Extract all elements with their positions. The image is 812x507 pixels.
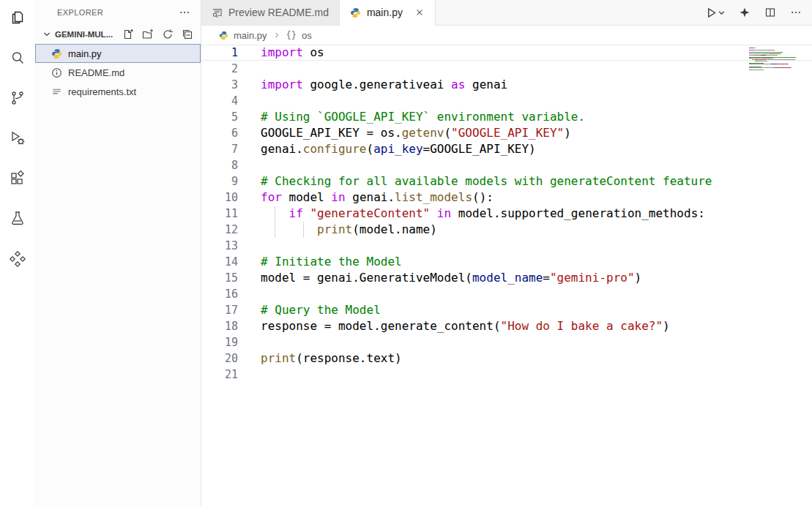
line-number: 9 xyxy=(201,173,238,189)
line-number: 21 xyxy=(201,367,238,383)
files-icon xyxy=(9,9,26,26)
code-line-5[interactable]: 5# Using `GOOGLE_API_KEY` environment va… xyxy=(201,109,812,125)
run-debug-icon xyxy=(9,129,26,147)
extensions-activity-button[interactable] xyxy=(0,161,35,196)
line-number: 4 xyxy=(201,93,238,109)
line-number: 5 xyxy=(201,109,238,125)
code-line-11[interactable]: 11 if "generateContent" in model.support… xyxy=(201,206,812,222)
line-number: 20 xyxy=(201,350,238,367)
run-debug-activity-button[interactable] xyxy=(0,121,35,156)
search-icon xyxy=(9,49,26,67)
explorer-sidebar: EXPLORER GEMINI-MUL... main.py README.md xyxy=(35,0,201,507)
line-number: 2 xyxy=(201,61,238,77)
code-editor[interactable]: 1import os23import google.generativeai a… xyxy=(201,45,812,507)
split-editor-icon[interactable] xyxy=(764,7,776,18)
dropdown-chevron-icon xyxy=(718,10,725,16)
line-number: 15 xyxy=(201,270,238,286)
code-line-10[interactable]: 10for model in genai.list_models(): xyxy=(201,189,812,206)
views-more-actions-icon[interactable] xyxy=(179,7,190,18)
line-number: 19 xyxy=(201,334,238,350)
code-line-2[interactable]: 2 xyxy=(201,61,812,77)
chevron-down-icon xyxy=(41,29,53,40)
markdown-preview-icon xyxy=(212,7,223,18)
explorer-title: EXPLORER xyxy=(57,8,103,17)
close-icon[interactable] xyxy=(414,7,425,18)
code-line-3[interactable]: 3import google.generativeai as genai xyxy=(201,77,812,93)
python-icon xyxy=(219,31,228,40)
line-number: 16 xyxy=(201,286,238,302)
run-python-file-button[interactable] xyxy=(705,7,725,19)
code-line-15[interactable]: 15model = genai.GenerativeModel(model_na… xyxy=(201,270,812,286)
activity-bar xyxy=(0,0,35,507)
file-row-main-py[interactable]: main.py xyxy=(35,44,201,63)
code-line-13[interactable]: 13 xyxy=(201,238,812,254)
blocks-activity-button[interactable] xyxy=(0,241,35,277)
sparkle-icon[interactable] xyxy=(739,7,750,18)
code-line-1[interactable]: 1import os xyxy=(201,45,812,61)
breadcrumb-symbol[interactable]: os xyxy=(302,30,312,41)
testing-activity-button[interactable] xyxy=(0,201,35,236)
explorer-actions xyxy=(122,29,193,40)
line-number: 7 xyxy=(201,141,238,157)
search-activity-button[interactable] xyxy=(0,40,35,75)
namespace-icon: {} xyxy=(286,30,297,40)
blocks-icon xyxy=(9,250,26,268)
code-line-16[interactable]: 16 xyxy=(201,286,812,302)
breadcrumb: main.py {} os xyxy=(201,26,812,45)
text-lines-icon xyxy=(51,86,62,97)
play-icon xyxy=(705,7,718,19)
breadcrumb-file[interactable]: main.py xyxy=(234,30,267,41)
sidebar-header: EXPLORER xyxy=(35,0,201,25)
line-number: 3 xyxy=(201,77,238,93)
line-number: 12 xyxy=(201,222,238,238)
code-line-21[interactable]: 21 xyxy=(201,367,812,383)
file-name: requirements.txt xyxy=(68,86,136,97)
folder-section-header[interactable]: GEMINI-MUL... xyxy=(35,25,201,44)
code-line-14[interactable]: 14# Initiate the Model xyxy=(201,254,812,270)
line-number: 8 xyxy=(201,157,238,173)
new-folder-icon[interactable] xyxy=(142,29,154,40)
line-number: 10 xyxy=(201,189,238,206)
code-line-18[interactable]: 18response = model.generate_content("How… xyxy=(201,318,812,334)
code-line-6[interactable]: 6GOOGLE_API_KEY = os.getenv("GOOGLE_API_… xyxy=(201,125,812,141)
explorer-activity-button[interactable] xyxy=(0,0,35,35)
refresh-icon[interactable] xyxy=(162,29,174,40)
code-line-4[interactable]: 4 xyxy=(201,93,812,109)
code-lines: 1import os23import google.generativeai a… xyxy=(201,45,812,383)
more-actions-icon[interactable] xyxy=(790,7,802,18)
tab-main-py[interactable]: main.py xyxy=(340,0,436,26)
minimap[interactable] xyxy=(749,48,803,72)
indent-guide xyxy=(275,222,275,238)
line-number: 6 xyxy=(201,125,238,141)
collapse-all-icon[interactable] xyxy=(182,29,193,40)
source-control-icon xyxy=(9,89,26,107)
code-line-12[interactable]: 12 print(model.name) xyxy=(201,222,812,238)
code-line-19[interactable]: 19 xyxy=(201,334,812,350)
code-line-8[interactable]: 8 xyxy=(201,157,812,173)
line-number: 11 xyxy=(201,206,238,222)
file-row-requirements-txt[interactable]: requirements.txt xyxy=(35,82,201,101)
indent-guide xyxy=(275,206,275,222)
extensions-icon xyxy=(9,170,26,187)
file-list: main.py README.md requirements.txt xyxy=(35,44,201,101)
indent-guide xyxy=(303,222,304,238)
beaker-icon xyxy=(9,210,26,228)
info-icon xyxy=(51,67,62,78)
file-name: README.md xyxy=(68,67,124,78)
new-file-icon[interactable] xyxy=(122,29,134,40)
code-line-17[interactable]: 17# Query the Model xyxy=(201,302,812,318)
tab-preview-readme[interactable]: Preview README.md xyxy=(201,0,340,25)
source-control-activity-button[interactable] xyxy=(0,80,35,116)
code-line-7[interactable]: 7genai.configure(api_key=GOOGLE_API_KEY) xyxy=(201,141,812,157)
line-number: 14 xyxy=(201,254,238,270)
vscode-window: EXPLORER GEMINI-MUL... main.py README.md xyxy=(0,0,812,507)
line-number: 17 xyxy=(201,302,238,318)
python-icon xyxy=(350,7,361,18)
line-number: 1 xyxy=(201,45,238,61)
tab-bar: Preview README.md main.py xyxy=(201,0,812,26)
chevron-right-icon xyxy=(272,31,281,40)
tab-label: main.py xyxy=(367,7,403,18)
code-line-9[interactable]: 9# Checking for all available models wit… xyxy=(201,173,812,189)
file-row-readme-md[interactable]: README.md xyxy=(35,63,201,82)
code-line-20[interactable]: 20print(response.text) xyxy=(201,350,812,367)
